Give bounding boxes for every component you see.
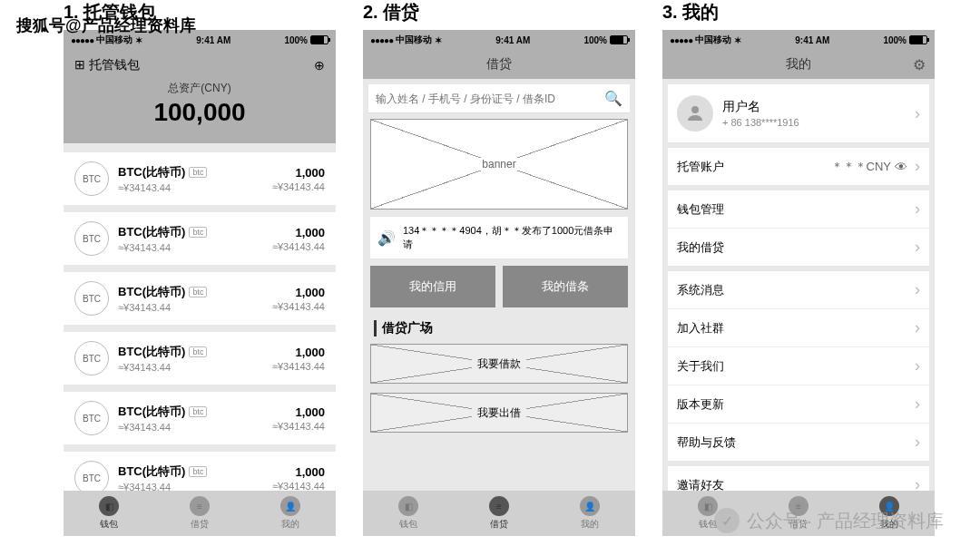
lending-square-title: 借贷广场 — [374, 320, 624, 336]
tab-lending[interactable]: ≡借贷 — [154, 491, 245, 536]
search-input[interactable] — [376, 93, 604, 105]
asset-row[interactable]: BTC BTC(比特币)btc ≈¥34143.44 1,000 ≈¥34143… — [64, 272, 336, 325]
asset-amount: 1,000 — [272, 226, 325, 239]
asset-converted: ≈¥34143.44 — [272, 181, 325, 192]
about-us-row[interactable]: 关于我们› — [668, 346, 929, 385]
coin-icon: BTC — [74, 281, 109, 316]
total-asset-amount: 100,000 — [74, 98, 325, 127]
chevron-right-icon: › — [915, 280, 920, 299]
asset-name: BTC(比特币)btc — [118, 284, 272, 300]
chevron-right-icon: › — [915, 475, 920, 491]
my-credit-button[interactable]: 我的信用 — [370, 266, 495, 307]
watermark-top: 搜狐号@产品经理资料库 — [16, 15, 196, 36]
chevron-right-icon: › — [915, 104, 920, 123]
asset-amount: 1,000 — [272, 405, 325, 419]
chevron-right-icon: › — [915, 433, 920, 452]
asset-converted: ≈¥34143.44 — [272, 241, 325, 252]
nav-bar-lending: 借贷 — [363, 50, 635, 79]
tab-wallet[interactable]: ◧钱包 — [64, 491, 154, 536]
coin-icon: BTC — [74, 401, 109, 435]
asset-row[interactable]: BTC BTC(比特币)btc ≈¥34143.44 1,000 ≈¥34143… — [64, 152, 336, 205]
screen2-title: 2. 借贷 — [363, 0, 635, 24]
asset-rate: ≈¥34143.44 — [118, 482, 272, 491]
my-lending-row[interactable]: 我的借贷› — [668, 228, 929, 266]
asset-rate: ≈¥34143.44 — [118, 182, 272, 193]
asset-converted: ≈¥34143.44 — [272, 301, 325, 312]
eye-icon[interactable]: 👁 — [895, 160, 907, 174]
asset-amount: 1,000 — [272, 166, 325, 180]
coin-icon: BTC — [74, 341, 109, 375]
phone-wallet: ●●●●●中国移动✶ 9:41 AM 100% ⊞ 托管钱包 ⊕ 总资产(CNY… — [64, 30, 336, 536]
watermark-bottom: ✓ 公众号 · 产品经理资料库 — [714, 508, 944, 533]
help-feedback-row[interactable]: 帮助与反馈› — [668, 423, 929, 461]
status-bar: ●●●●●中国移动✶ 9:41 AM 100% — [363, 30, 635, 50]
chevron-right-icon: › — [915, 318, 920, 337]
asset-name: BTC(比特币)btc — [118, 463, 272, 480]
custody-account-row[interactable]: 托管账户 ＊＊＊CNY👁 › — [668, 148, 929, 185]
my-iou-button[interactable]: 我的借条 — [503, 266, 628, 307]
chevron-right-icon: › — [915, 238, 920, 257]
tab-bar: ◧钱包 ≡借贷 👤我的 — [363, 491, 635, 536]
add-icon[interactable]: ⊕ — [314, 58, 325, 73]
wallet-grid-icon[interactable]: ⊞ — [74, 57, 85, 72]
asset-name: BTC(比特币)btc — [118, 344, 272, 360]
wallet-icon: ◧ — [398, 496, 418, 516]
lending-icon: ≡ — [489, 496, 509, 516]
announcement-row: 🔊 134＊＊＊＊4904，胡＊＊发布了1000元借条申请 — [370, 217, 628, 258]
person-icon: 👤 — [580, 496, 600, 516]
search-icon[interactable]: 🔍 — [604, 90, 622, 107]
lending-icon: ≡ — [190, 496, 210, 516]
wechat-icon: ✓ — [714, 508, 740, 533]
svg-point-0 — [691, 106, 699, 113]
asset-rate: ≈¥34143.44 — [118, 422, 272, 433]
asset-name: BTC(比特币)btc — [118, 404, 272, 420]
phone-mine: ●●●●●中国移动✶ 9:41 AM 100% 我的⚙ 用户名 + 86 138… — [662, 30, 935, 536]
asset-amount: 1,000 — [272, 465, 325, 479]
asset-converted: ≈¥34143.44 — [272, 421, 325, 432]
banner-placeholder[interactable]: banner — [370, 119, 628, 210]
asset-row[interactable]: BTC BTC(比特币)btc ≈¥34143.44 1,000 ≈¥34143… — [64, 392, 336, 444]
invite-friends-row[interactable]: 邀请好友› — [668, 466, 929, 491]
asset-row[interactable]: BTC BTC(比特币)btc ≈¥34143.44 1,000 ≈¥34143… — [64, 452, 336, 491]
join-group-row[interactable]: 加入社群› — [668, 308, 929, 346]
asset-name: BTC(比特币)btc — [118, 164, 272, 180]
asset-rate: ≈¥34143.44 — [118, 302, 272, 313]
asset-row[interactable]: BTC BTC(比特币)btc ≈¥34143.44 1,000 ≈¥34143… — [64, 332, 336, 385]
wallet-header-label: ⊞ 托管钱包 — [74, 57, 140, 73]
coin-icon: BTC — [74, 161, 109, 196]
avatar — [677, 95, 713, 132]
user-profile-row[interactable]: 用户名 + 86 138****1916 › — [668, 84, 929, 142]
total-asset-label: 总资产(CNY) — [74, 81, 325, 96]
asset-amount: 1,000 — [272, 346, 325, 359]
wallet-management-row[interactable]: 钱包管理› — [668, 190, 929, 228]
person-icon: 👤 — [280, 496, 300, 516]
chevron-right-icon: › — [915, 157, 920, 176]
tab-bar: ◧钱包 ≡借贷 👤我的 — [64, 491, 336, 536]
asset-amount: 1,000 — [272, 286, 325, 299]
screen3-title: 3. 我的 — [662, 0, 935, 24]
asset-row[interactable]: BTC BTC(比特币)btc ≈¥34143.44 1,000 ≈¥34143… — [64, 212, 336, 265]
tab-mine[interactable]: 👤我的 — [544, 491, 635, 536]
search-row[interactable]: 🔍 — [368, 84, 630, 113]
system-message-row[interactable]: 系统消息› — [668, 271, 929, 308]
chevron-right-icon: › — [915, 356, 920, 375]
wallet-icon: ◧ — [99, 496, 119, 516]
gear-icon[interactable]: ⚙ — [913, 56, 926, 73]
tab-mine[interactable]: 👤我的 — [245, 491, 336, 536]
tab-wallet[interactable]: ◧钱包 — [363, 491, 454, 536]
asset-rate: ≈¥34143.44 — [118, 362, 272, 373]
coin-icon: BTC — [74, 221, 109, 256]
coin-icon: BTC — [74, 461, 109, 491]
user-name: 用户名 — [722, 99, 915, 115]
user-phone: + 86 138****1916 — [722, 117, 915, 128]
borrow-button[interactable]: 我要借款 — [370, 344, 628, 384]
tab-lending[interactable]: ≡借贷 — [454, 491, 544, 536]
version-update-row[interactable]: 版本更新› — [668, 385, 929, 423]
asset-name: BTC(比特币)btc — [118, 224, 272, 240]
asset-converted: ≈¥34143.44 — [272, 481, 325, 492]
lend-button[interactable]: 我要出借 — [370, 393, 628, 433]
status-bar: ●●●●●中国移动✶ 9:41 AM 100% — [662, 30, 935, 50]
chevron-right-icon: › — [915, 200, 920, 219]
speaker-icon: 🔊 — [377, 229, 396, 247]
chevron-right-icon: › — [915, 395, 920, 414]
